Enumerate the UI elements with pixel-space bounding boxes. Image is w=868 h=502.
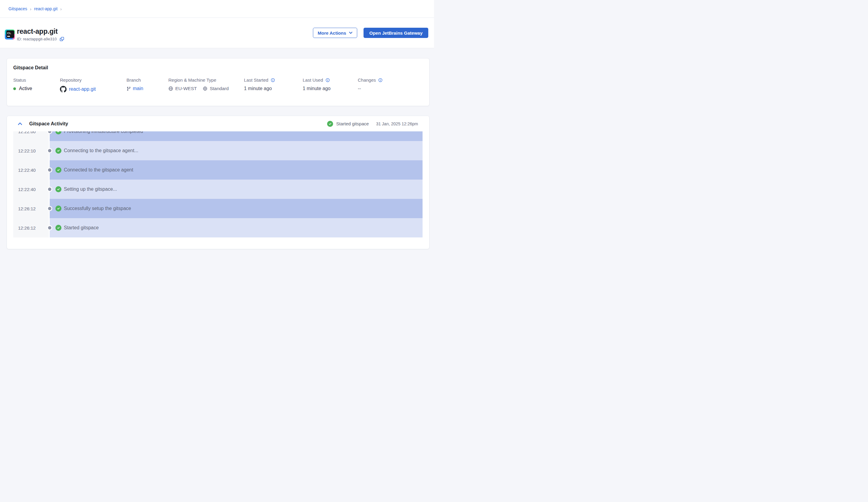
branch-link[interactable]: main: [133, 86, 143, 91]
timeline-dot-icon: [48, 226, 52, 229]
clion-logo-label: CL: [6, 30, 14, 38]
title-group: CL react-app.git ID: reactappgit-a9e310: [5, 28, 64, 41]
changes-value: --: [358, 86, 382, 91]
log-row: 12:22:00 Provisioning infrastructure com…: [13, 131, 423, 141]
activity-status-label: Started gitspace: [336, 121, 369, 126]
field-last-used: Last Used 1 minute ago: [303, 78, 358, 92]
clion-logo-icon: CL: [5, 30, 15, 40]
field-changes: Changes --: [358, 78, 382, 92]
check-circle-icon: [55, 205, 61, 212]
detail-card-heading: Gitspace Detail: [13, 65, 423, 71]
timeline-dot-icon: [48, 149, 52, 153]
log-message: Successfully setup the gitspace: [64, 206, 131, 211]
chevron-down-icon: [349, 32, 352, 34]
copy-icon[interactable]: [60, 37, 64, 41]
repository-link[interactable]: react-app.git: [69, 86, 96, 92]
activity-status-time: 31 Jan, 2025 12:26pm: [376, 121, 418, 126]
check-circle-icon: [55, 225, 61, 231]
last-used-value: 1 minute ago: [303, 86, 358, 91]
log-timestamp: 12:22:40: [13, 160, 49, 180]
log-row: 12:26:12 Started gitspace: [13, 218, 423, 237]
machine-value: Standard: [210, 86, 229, 91]
chevron-right-icon: ›: [30, 6, 31, 11]
status-label: Status: [13, 78, 60, 83]
status-value: Active: [19, 86, 32, 91]
timeline-dot-icon: [48, 207, 52, 210]
page-title: react-app.git: [17, 28, 64, 36]
field-branch: Branch main: [126, 78, 168, 92]
last-started-label: Last Started: [244, 78, 268, 83]
check-circle-icon: [55, 167, 61, 173]
info-icon[interactable]: [271, 78, 275, 82]
timeline-dot-icon: [48, 168, 52, 172]
chevron-right-icon: ›: [60, 6, 62, 11]
check-circle-icon: [55, 186, 61, 192]
log-row: 12:22:10 Connecting to the gitspace agen…: [13, 141, 423, 160]
log-message: Connecting to the gitspace agent...: [64, 148, 138, 153]
field-status: Status Active: [13, 78, 60, 92]
log-message: Started gitspace: [64, 225, 99, 230]
last-started-value: 1 minute ago: [244, 86, 303, 91]
github-icon: [60, 86, 66, 92]
machine-group: Standard: [203, 86, 229, 91]
status-dot-icon: [13, 88, 16, 90]
log-row: 12:26:12 Successfully setup the gitspace: [13, 199, 423, 218]
machine-icon: [203, 86, 207, 91]
open-jetbrains-gateway-button[interactable]: Open JetBrains Gateway: [363, 28, 428, 38]
check-circle-icon: [327, 121, 333, 127]
more-actions-label: More Actions: [318, 30, 346, 35]
activity-status: Started gitspace 31 Jan, 2025 12:26pm: [327, 121, 418, 127]
chevron-up-icon[interactable]: [18, 122, 22, 125]
field-region-machine: Region & Machine Type EU-WEST Standard: [168, 78, 244, 92]
log-timestamp: 12:26:12: [13, 199, 49, 218]
region-machine-label: Region & Machine Type: [168, 78, 244, 83]
log-message: Setting up the gitspace...: [64, 186, 117, 192]
check-circle-icon: [55, 148, 61, 154]
last-used-label: Last Used: [303, 78, 323, 83]
log-row: 12:22:40 Setting up the gitspace...: [13, 180, 423, 199]
timeline-dot-icon: [48, 188, 52, 191]
git-branch-icon: [126, 86, 131, 91]
repository-label: Repository: [60, 78, 126, 83]
gitspace-id-row: ID: reactappgit-a9e310: [17, 37, 64, 41]
globe-icon: [168, 86, 173, 91]
activity-log-viewport[interactable]: 12:22:00 Provisioning infrastructure com…: [13, 131, 423, 249]
log-timestamp: 12:22:10: [13, 141, 49, 160]
field-repository: Repository react-app.git: [60, 78, 126, 92]
log-timestamp: 12:22:40: [13, 180, 49, 199]
info-icon[interactable]: [326, 78, 330, 82]
header-actions: More Actions Open JetBrains Gateway: [313, 28, 428, 38]
log-row: 12:22:40 Connected to the gitspace agent: [13, 160, 423, 180]
page-header: CL react-app.git ID: reactappgit-a9e310 …: [0, 18, 434, 48]
gitspace-id: ID: reactappgit-a9e310: [17, 37, 56, 41]
branch-label: Branch: [126, 78, 168, 83]
title-block: react-app.git ID: reactappgit-a9e310: [17, 28, 64, 41]
check-circle-icon: [55, 131, 61, 134]
log-message: Connected to the gitspace agent: [64, 167, 133, 173]
detail-fields: Status Active Repository react-app.git B…: [13, 78, 423, 92]
gitspace-detail-card: Gitspace Detail Status Active Repository…: [7, 58, 430, 106]
log-message: Provisioning infrastructure completed: [64, 131, 143, 134]
changes-label: Changes: [358, 78, 376, 83]
breadcrumb-gitspaces[interactable]: Gitspaces: [8, 6, 27, 11]
log-timestamp: 12:26:12: [13, 218, 49, 237]
activity-title: Gitspace Activity: [29, 121, 68, 126]
info-icon[interactable]: [378, 78, 382, 82]
more-actions-button[interactable]: More Actions: [313, 28, 357, 38]
activity-log: 12:22:00 Provisioning infrastructure com…: [13, 131, 423, 237]
log-timestamp: 12:22:00: [13, 131, 49, 141]
gitspace-activity-card: Gitspace Activity Started gitspace 31 Ja…: [7, 116, 430, 249]
breadcrumb-react-app[interactable]: react-app.git: [34, 6, 58, 11]
breadcrumb-bar: Gitspaces › react-app.git ›: [0, 0, 434, 18]
field-last-started: Last Started 1 minute ago: [244, 78, 303, 92]
activity-header: Gitspace Activity Started gitspace 31 Ja…: [7, 116, 429, 131]
region-value: EU-WEST: [175, 86, 197, 91]
timeline-dot-icon: [48, 131, 52, 133]
